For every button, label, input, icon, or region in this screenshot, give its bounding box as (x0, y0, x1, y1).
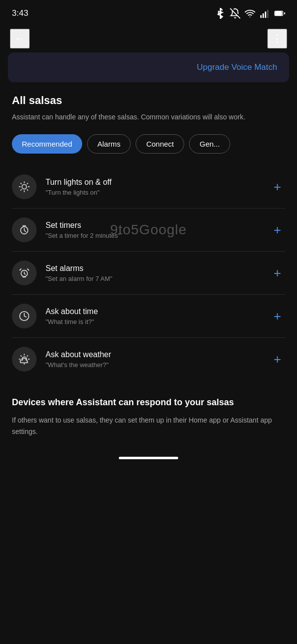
svg-line-11 (27, 190, 28, 190)
chip-recommended[interactable]: Recommended (12, 134, 82, 154)
salsa-icon-wrap-timers (12, 217, 37, 242)
chip-alarms[interactable]: Alarms (87, 134, 131, 154)
add-lights-button[interactable]: + (270, 176, 285, 197)
svg-line-31 (27, 356, 28, 356)
svg-line-20 (27, 269, 29, 270)
clock-icon (19, 311, 30, 322)
upgrade-voice-match-link[interactable]: Upgrade Voice Match (197, 62, 277, 72)
add-weather-button[interactable]: + (270, 349, 285, 370)
salsa-example-timers: "Set a timer for 2 minutes" (46, 232, 270, 239)
salsa-text-lights: Turn lights on & off "Turn the lights on… (46, 178, 270, 196)
svg-point-7 (22, 184, 26, 189)
weather-icon (19, 354, 30, 365)
top-bar: ← ⋮ (0, 25, 297, 53)
devices-section-title: Devices where Assistant can respond to y… (12, 396, 285, 409)
salsa-item-lights: Turn lights on & off "Turn the lights on… (12, 165, 285, 209)
salsa-icon-wrap-time (12, 304, 37, 328)
filter-chips: Recommended Alarms Connect Gen... (12, 134, 285, 154)
signal-icon (259, 8, 270, 19)
bulb-icon (19, 181, 30, 192)
salsa-name-weather: Ask about weather (46, 350, 270, 359)
home-bar (119, 457, 178, 459)
main-content: All salsas Assistant can handle any of t… (0, 82, 297, 380)
salsa-text-weather: Ask about weather "What's the weather?" (46, 350, 270, 369)
upgrade-banner: Upgrade Voice Match (8, 53, 289, 82)
home-indicator (0, 447, 297, 464)
salsa-name-timers: Set timers (46, 221, 270, 230)
salsa-text-alarms: Set alarms "Set an alarm for 7 AM" (46, 264, 270, 282)
chip-connect[interactable]: Connect (136, 134, 184, 154)
status-icons (215, 8, 285, 19)
svg-rect-1 (260, 15, 262, 18)
salsa-icon-wrap-weather (12, 347, 37, 372)
section-description: Assistant can handle any of these salsas… (12, 112, 285, 122)
add-time-button[interactable]: + (270, 306, 285, 326)
salsa-name-alarms: Set alarms (46, 264, 270, 273)
status-time: 3:43 (12, 8, 28, 18)
salsa-icon-wrap-lights (12, 174, 37, 199)
svg-rect-3 (265, 11, 266, 18)
more-dots-icon: ⋮ (272, 32, 283, 45)
back-arrow-icon: ← (14, 32, 25, 45)
add-alarms-button[interactable]: + (270, 263, 285, 283)
svg-line-15 (27, 183, 28, 184)
salsa-example-weather: "What's the weather?" (46, 361, 270, 369)
back-button[interactable]: ← (10, 29, 30, 49)
battery-icon (274, 8, 285, 19)
salsa-item-weather: Ask about weather "What's the weather?" … (12, 338, 285, 380)
salsa-text-timers: Set timers "Set a timer for 2 minutes" (46, 221, 270, 239)
chip-gen[interactable]: Gen... (189, 134, 230, 154)
salsa-name-lights: Turn lights on & off (46, 178, 270, 187)
svg-line-14 (21, 190, 21, 190)
devices-section: Devices where Assistant can respond to y… (0, 380, 297, 447)
salsa-text-time: Ask about time "What time is it?" (46, 307, 270, 325)
salsa-list: Turn lights on & off "Turn the lights on… (12, 165, 285, 380)
salsa-item-time: Ask about time "What time is it?" + (12, 295, 285, 338)
wifi-icon (245, 8, 255, 19)
devices-section-description: If others want to use salsas, they can s… (12, 415, 285, 437)
bluetooth-icon (215, 8, 226, 19)
svg-rect-6 (275, 12, 282, 15)
svg-line-26 (21, 356, 21, 356)
salsa-example-alarms: "Set an alarm for 7 AM" (46, 275, 270, 282)
svg-rect-4 (267, 10, 269, 18)
salsa-example-lights: "Turn the lights on" (46, 189, 270, 196)
timer-icon (19, 224, 30, 235)
more-options-button[interactable]: ⋮ (267, 29, 287, 49)
svg-rect-2 (262, 13, 264, 18)
svg-line-0 (230, 8, 240, 18)
svg-line-19 (20, 269, 21, 270)
salsa-icon-wrap-alarms (12, 261, 37, 285)
salsa-name-time: Ask about time (46, 307, 270, 316)
add-timers-button[interactable]: + (270, 219, 285, 240)
mute-icon (230, 8, 241, 19)
status-bar: 3:43 (0, 0, 297, 25)
alarm-icon (19, 268, 30, 278)
page-title: All salsas (12, 94, 285, 107)
svg-line-10 (21, 183, 21, 184)
salsa-example-time: "What time is it?" (46, 318, 270, 325)
salsa-item-alarms: Set alarms "Set an alarm for 7 AM" + (12, 252, 285, 295)
salsa-item-timers: Set timers "Set a timer for 2 minutes" +… (12, 209, 285, 252)
